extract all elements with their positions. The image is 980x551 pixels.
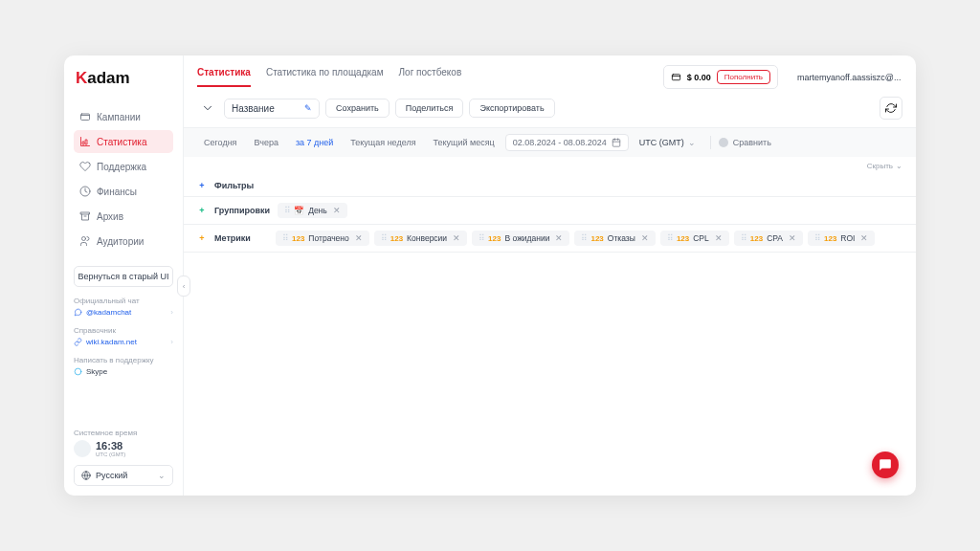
date-pill-2[interactable]: за 7 дней <box>289 135 340 150</box>
groups-label: Группировки <box>214 206 270 215</box>
logo: Kadam <box>74 69 173 88</box>
close-icon[interactable]: ✕ <box>789 233 796 243</box>
close-icon[interactable]: ✕ <box>555 233 563 243</box>
date-range-picker[interactable]: 02.08.2024 - 08.08.2024 <box>505 134 629 151</box>
compare-toggle[interactable]: Сравнить <box>719 138 771 147</box>
metric-chip-0[interactable]: ⠿123Потрачено✕ <box>276 231 369 246</box>
collapse-toggle[interactable] <box>197 98 218 119</box>
sidebar-item-3[interactable]: Финансы <box>74 180 173 203</box>
svg-rect-8 <box>672 75 679 80</box>
clock-icon <box>74 440 91 457</box>
svg-point-6 <box>75 368 81 375</box>
heart-icon <box>79 161 91 172</box>
close-icon[interactable]: ✕ <box>641 233 649 243</box>
calendar-icon <box>612 138 621 147</box>
chevron-down-icon <box>201 101 214 115</box>
metric-chip-2[interactable]: ⠿123В ожидании✕ <box>472 231 569 246</box>
chat-title: Официальный чат <box>74 297 173 305</box>
chat-fab[interactable] <box>872 452 899 478</box>
add-filter-button[interactable]: + <box>197 181 207 190</box>
date-pill-4[interactable]: Текущий месяц <box>427 135 501 150</box>
svg-rect-0 <box>81 114 90 121</box>
language-select[interactable]: Русский ⌄ <box>74 465 173 486</box>
close-icon[interactable]: ✕ <box>453 233 460 243</box>
filters-row: + Фильтры <box>184 175 916 197</box>
time-tz: UTC (GMT) <box>96 452 125 457</box>
svg-rect-1 <box>83 142 85 144</box>
chart-icon <box>79 136 91 147</box>
timezone-select[interactable]: UTC (GMT) ⌄ <box>633 135 702 150</box>
edit-icon: ✎ <box>304 103 312 113</box>
report-name-input[interactable]: Название ✎ <box>224 99 320 119</box>
close-icon[interactable]: ✕ <box>355 233 363 243</box>
wallet-icon <box>671 72 681 82</box>
group-chip-0[interactable]: ⠿📅День✕ <box>278 203 347 218</box>
balance-box[interactable]: $ 0.00 Пополнить <box>663 65 778 89</box>
chat-icon <box>879 458 892 472</box>
close-icon[interactable]: ✕ <box>333 206 341 215</box>
time-value: 16:38 <box>96 441 125 452</box>
clock-icon <box>79 186 91 197</box>
sidebar-nav: КампанииСтатистикаПоддержкаФинансыАрхивА… <box>74 105 173 253</box>
svg-rect-2 <box>86 140 88 144</box>
date-pill-0[interactable]: Сегодня <box>197 135 244 150</box>
svg-rect-9 <box>612 140 620 147</box>
balance-value: $ 0.00 <box>687 73 711 82</box>
filters-label: Фильтры <box>214 181 268 190</box>
date-pill-1[interactable]: Вчера <box>248 135 285 150</box>
main-tabs: СтатистикаСтатистика по площадкамЛог пос… <box>197 67 461 87</box>
metric-chip-6[interactable]: ⠿123ROI✕ <box>808 231 875 246</box>
support-title: Написать в поддержку <box>74 356 173 364</box>
tab-2[interactable]: Лог постбеков <box>399 67 462 87</box>
add-group-button[interactable]: + <box>197 206 207 215</box>
metric-chip-3[interactable]: ⠿123Отказы✕ <box>574 231 655 246</box>
back-to-old-ui-button[interactable]: Вернуться в старый UI <box>74 266 173 287</box>
close-icon[interactable]: ✕ <box>860 233 868 243</box>
tab-1[interactable]: Статистика по площадкам <box>266 67 384 87</box>
hide-toggle[interactable]: Скрыть ⌄ <box>854 157 916 175</box>
user-menu[interactable]: martemyanoff.aassiszc@... ⌄ <box>797 73 902 82</box>
support-skype-link[interactable]: Skype <box>74 367 173 376</box>
metrics-label: Метрики <box>214 233 268 243</box>
refresh-icon <box>885 102 897 114</box>
close-icon[interactable]: ✕ <box>715 233 723 243</box>
share-button[interactable]: Поделиться <box>395 99 464 118</box>
svg-point-5 <box>82 237 86 241</box>
svg-rect-4 <box>81 212 90 214</box>
date-pill-3[interactable]: Текущая неделя <box>344 135 422 150</box>
sidebar-item-0[interactable]: Кампании <box>74 105 173 128</box>
sidebar-item-1[interactable]: Статистика <box>74 130 173 153</box>
chat-link[interactable]: @kadamchat › <box>74 308 173 317</box>
metric-chip-5[interactable]: ⠿123CPA✕ <box>734 231 803 246</box>
help-link[interactable]: wiki.kadam.net › <box>74 338 173 346</box>
save-button[interactable]: Сохранить <box>325 99 390 118</box>
sidebar-item-2[interactable]: Поддержка <box>74 155 173 178</box>
users-icon <box>79 235 91 247</box>
metrics-row: + Метрики ⠿123Потрачено✕⠿123Конверсии✕⠿1… <box>184 225 916 253</box>
help-title: Справочник <box>74 326 173 335</box>
metric-chip-4[interactable]: ⠿123CPL✕ <box>660 231 729 246</box>
metric-chip-1[interactable]: ⠿123Конверсии✕ <box>374 231 467 246</box>
time-title: Системное время <box>74 429 173 437</box>
collapse-sidebar-button[interactable]: ‹ <box>177 276 190 297</box>
sidebar-item-5[interactable]: Аудитории <box>74 230 173 253</box>
tab-0[interactable]: Статистика <box>197 67 251 87</box>
archive-icon <box>79 210 91 222</box>
sidebar-item-4[interactable]: Архив <box>74 205 173 228</box>
groups-row: + Группировки ⠿📅День✕ <box>184 197 916 225</box>
topup-button[interactable]: Пополнить <box>717 70 770 84</box>
folder-icon <box>79 111 91 122</box>
refresh-button[interactable] <box>880 97 902 120</box>
export-button[interactable]: Экспортировать <box>469 99 554 118</box>
add-metric-button[interactable]: + <box>197 233 207 243</box>
